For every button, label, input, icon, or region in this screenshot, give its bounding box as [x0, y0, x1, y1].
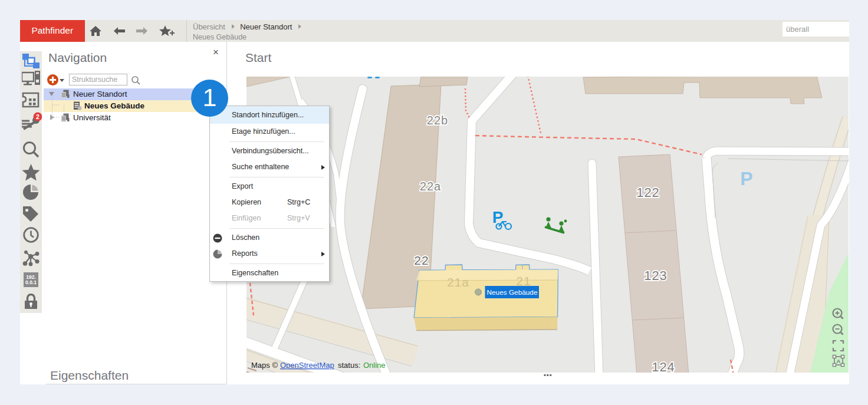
svg-text:P: P: [740, 168, 752, 189]
svg-text:status:: status:: [338, 361, 360, 370]
svg-text:22b: 22b: [427, 114, 448, 127]
svg-text:22: 22: [414, 253, 429, 267]
svg-text:22a: 22a: [420, 180, 441, 193]
svg-text:Online: Online: [363, 361, 386, 370]
svg-text:A: A: [837, 358, 841, 364]
svg-text:21: 21: [516, 274, 531, 288]
svg-text:21a: 21a: [447, 275, 469, 289]
svg-text:OpenStreetMap: OpenStreetMap: [280, 361, 334, 370]
svg-text:122: 122: [636, 185, 660, 200]
svg-text:124: 124: [652, 360, 675, 373]
svg-text:2: 2: [36, 113, 40, 120]
svg-text:123: 123: [644, 268, 668, 283]
svg-text:Neues Gebäude: Neues Gebäude: [487, 288, 538, 297]
svg-text:Maps ©: Maps ©: [251, 361, 278, 370]
